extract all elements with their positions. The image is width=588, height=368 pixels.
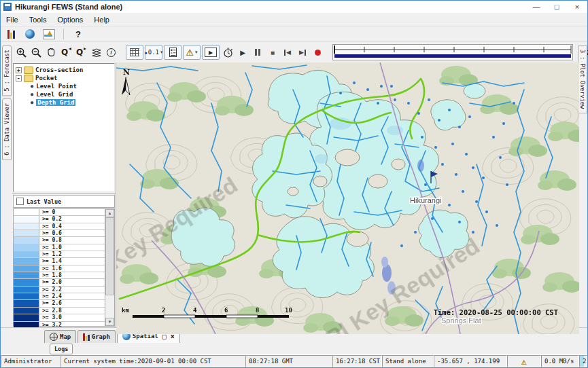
svg-text:2: 2 bbox=[162, 307, 165, 314]
zoom-next-button[interactable]: Q bbox=[74, 45, 88, 59]
menu-options[interactable]: Options bbox=[52, 14, 88, 25]
status-mode: Stand alone bbox=[382, 355, 434, 367]
last-value-checkbox[interactable] bbox=[16, 198, 24, 205]
map-viewport[interactable]: API Key Required API Key Required Hikura… bbox=[116, 62, 578, 327]
status-memory[interactable]: 2.5 GB bbox=[579, 355, 587, 367]
svg-text:km: km bbox=[122, 307, 129, 314]
time-slider[interactable] bbox=[332, 44, 573, 60]
legend-row[interactable]: >= 3.0 bbox=[14, 314, 105, 321]
scroll-up-icon[interactable]: ▲ bbox=[105, 209, 114, 217]
legend-row[interactable]: >= 0.6 bbox=[14, 230, 105, 237]
help-button[interactable]: ? bbox=[71, 28, 86, 40]
legend-scrollbar[interactable]: ▲ ▼ bbox=[105, 209, 114, 326]
interval-value: 0.1 bbox=[148, 49, 159, 56]
tab-graph[interactable]: Graph bbox=[77, 330, 116, 343]
legend-row-label: >= 0.4 bbox=[39, 223, 105, 229]
tree-item-level-point[interactable]: ●Level Point bbox=[16, 82, 114, 90]
pause-button[interactable] bbox=[251, 45, 264, 59]
status-network-speed: 0.0 MB/s bbox=[541, 355, 579, 367]
legend-row[interactable]: >= 2.8 bbox=[14, 308, 105, 314]
layers-button[interactable] bbox=[89, 45, 103, 59]
legend-color-swatch bbox=[14, 279, 39, 285]
bar-chart-icon bbox=[83, 333, 90, 341]
logs-tab[interactable]: Logs bbox=[50, 344, 73, 354]
legend-toggle-button[interactable] bbox=[164, 45, 181, 60]
record-icon bbox=[315, 50, 321, 56]
tab-forecast[interactable]: 5 : Forecast bbox=[2, 45, 12, 96]
animation-button[interactable]: ▶ bbox=[202, 45, 220, 60]
legend-row[interactable]: >= 2.2 bbox=[14, 287, 105, 293]
menu-file[interactable]: File bbox=[1, 14, 24, 25]
bar-chart-icon bbox=[7, 30, 15, 39]
left-tab-strip: 5 : Forecast 6 : Data Viewer bbox=[1, 42, 12, 327]
legend-row[interactable]: >= 0.2 bbox=[14, 216, 105, 223]
bullet-icon: ● bbox=[31, 92, 33, 97]
tree-item-pocket[interactable]: -Pocket bbox=[16, 74, 114, 82]
legend-row[interactable]: >= 0.8 bbox=[14, 237, 105, 244]
zoom-in-button[interactable] bbox=[14, 45, 28, 59]
database-viewer-button[interactable] bbox=[3, 28, 18, 40]
tree-item-level-grid[interactable]: ●Level Grid bbox=[16, 90, 114, 98]
warning-threshold-dropdown[interactable]: ⚠ ▾ bbox=[183, 45, 201, 60]
tree-item-label: Pocket bbox=[35, 75, 58, 81]
menu-tools[interactable]: Tools bbox=[24, 14, 52, 25]
menu-bar: File Tools Options Help bbox=[1, 13, 587, 26]
tab-data-viewer[interactable]: 6 : Data Viewer bbox=[2, 98, 12, 160]
skip-end-icon: ▶ bbox=[299, 49, 306, 56]
menu-help[interactable]: Help bbox=[88, 14, 115, 25]
legend-row[interactable]: >= 1.6 bbox=[14, 265, 105, 272]
status-local-time: 16:27:18 CST bbox=[332, 355, 382, 367]
last-value-label: Last Value bbox=[27, 198, 61, 205]
tab-plot-overview[interactable]: 3 : Plot Overview bbox=[578, 45, 587, 113]
legend-row[interactable]: >= 0.4 bbox=[14, 223, 105, 230]
scrollbar-track[interactable] bbox=[105, 217, 114, 318]
legend-row[interactable]: >= 1.0 bbox=[14, 244, 105, 251]
svg-text:6: 6 bbox=[224, 307, 228, 314]
chevron-down-icon: ▾ bbox=[160, 50, 163, 55]
legend-row[interactable]: >= 2.6 bbox=[14, 300, 105, 307]
skip-to-end-button[interactable]: ▶ bbox=[296, 45, 309, 59]
status-warning[interactable]: ⚠ bbox=[507, 355, 541, 367]
info-button[interactable]: i bbox=[104, 45, 118, 59]
scroll-down-icon[interactable]: ▼ bbox=[105, 318, 114, 326]
classification-interval-dropdown[interactable]: ● 0.1 ▾ bbox=[145, 45, 162, 60]
timer-button[interactable] bbox=[221, 45, 235, 59]
map-display-button[interactable] bbox=[22, 28, 37, 40]
zoom-out-button[interactable] bbox=[29, 45, 43, 59]
tree-item-depth-grid[interactable]: ●Depth Grid bbox=[16, 98, 114, 107]
spatial-display-button[interactable] bbox=[41, 28, 56, 40]
folder-icon bbox=[24, 75, 33, 82]
legend-panel: Last Value >= 0>= 0.2>= 0.4>= 0.6>= 0.8>… bbox=[12, 193, 116, 327]
time-ruler bbox=[333, 45, 572, 54]
legend-row[interactable]: >= 1.2 bbox=[14, 251, 105, 258]
legend-row-label: >= 1.4 bbox=[39, 258, 105, 264]
legend-row-label: >= 0.8 bbox=[39, 237, 105, 243]
grid-display-button[interactable] bbox=[126, 45, 143, 60]
record-button[interactable] bbox=[311, 45, 324, 59]
legend-row[interactable]: >= 1.4 bbox=[14, 258, 105, 265]
skip-to-start-button[interactable]: ◀ bbox=[281, 45, 294, 59]
status-user: Administrator bbox=[1, 355, 60, 367]
stopwatch-icon bbox=[222, 47, 234, 58]
expand-icon[interactable]: + bbox=[16, 67, 22, 73]
legend-row[interactable]: >= 2.0 bbox=[14, 279, 105, 286]
play-button[interactable]: ▶ bbox=[236, 45, 249, 59]
scrollbar-thumb[interactable] bbox=[105, 217, 114, 295]
pan-button[interactable] bbox=[44, 45, 58, 59]
zoom-previous-button[interactable]: Q bbox=[59, 45, 73, 59]
hand-icon bbox=[46, 47, 56, 58]
toolbar-separator bbox=[63, 29, 64, 39]
tab-map[interactable]: Map bbox=[44, 330, 76, 343]
layers-icon bbox=[90, 48, 102, 58]
tree-item-cross-section[interactable]: +Cross-section bbox=[16, 66, 114, 74]
maximize-button[interactable]: □ bbox=[547, 1, 567, 13]
legend-row-label: >= 1.0 bbox=[39, 244, 105, 251]
minimize-button[interactable]: — bbox=[526, 1, 547, 13]
legend-row[interactable]: >= 0 bbox=[14, 209, 105, 216]
legend-row[interactable]: >= 1.8 bbox=[14, 272, 105, 279]
close-button[interactable]: × bbox=[567, 1, 587, 13]
collapse-icon[interactable]: - bbox=[16, 75, 22, 81]
legend-row-label: >= 1.6 bbox=[39, 265, 105, 272]
stop-button[interactable]: ■ bbox=[266, 45, 279, 59]
legend-row[interactable]: >= 2.4 bbox=[14, 293, 105, 300]
